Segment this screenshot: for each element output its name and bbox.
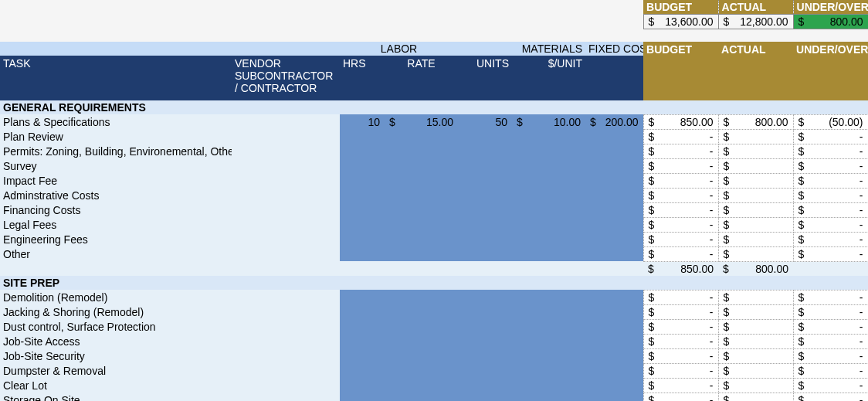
units-cell[interactable] [458, 158, 512, 173]
hrs-cell[interactable] [340, 188, 385, 202]
units-cell[interactable] [458, 246, 512, 261]
summary-actual[interactable]: $12,800.00 [718, 15, 793, 29]
diff-cell[interactable]: $- [793, 378, 868, 393]
per-unit-cell[interactable] [512, 363, 585, 378]
budget-cell[interactable]: $- [643, 158, 718, 173]
vendor-cell[interactable] [232, 304, 340, 319]
per-unit-cell[interactable] [512, 319, 585, 334]
fixed-cell[interactable] [585, 246, 643, 261]
actual-cell[interactable]: $ [718, 378, 793, 393]
vendor-cell[interactable] [232, 202, 340, 217]
rate-cell[interactable] [385, 158, 458, 173]
vendor-cell[interactable] [232, 290, 340, 304]
units-cell[interactable] [458, 144, 512, 158]
summary-diff[interactable]: $800.00 [793, 15, 868, 29]
budget-cell[interactable]: $- [643, 144, 718, 158]
fixed-cell[interactable] [585, 144, 643, 158]
budget-cell[interactable]: $- [643, 393, 718, 401]
fixed-cell[interactable] [585, 202, 643, 217]
per-unit-cell[interactable] [512, 232, 585, 246]
units-cell[interactable] [458, 217, 512, 232]
units-cell[interactable] [458, 363, 512, 378]
actual-cell[interactable]: $ [718, 393, 793, 401]
per-unit-cell[interactable] [512, 158, 585, 173]
diff-cell[interactable]: $(50.00) [793, 114, 868, 129]
diff-cell[interactable]: $- [793, 144, 868, 158]
summary-budget[interactable]: $13,600.00 [643, 15, 718, 29]
hrs-cell[interactable] [340, 246, 385, 261]
actual-cell[interactable]: $ [718, 246, 793, 261]
hrs-cell[interactable] [340, 319, 385, 334]
budget-cell[interactable]: $- [643, 232, 718, 246]
rate-cell[interactable] [385, 304, 458, 319]
budget-cell[interactable]: $- [643, 129, 718, 144]
hrs-cell[interactable] [340, 129, 385, 144]
vendor-cell[interactable] [232, 232, 340, 246]
per-unit-cell[interactable] [512, 304, 585, 319]
hrs-cell[interactable] [340, 202, 385, 217]
hrs-cell[interactable] [340, 393, 385, 401]
fixed-cell[interactable] [585, 393, 643, 401]
hrs-cell[interactable] [340, 348, 385, 363]
diff-cell[interactable]: $- [793, 202, 868, 217]
per-unit-cell[interactable] [512, 334, 585, 348]
actual-cell[interactable]: $ [718, 129, 793, 144]
vendor-cell[interactable] [232, 158, 340, 173]
diff-cell[interactable]: $- [793, 319, 868, 334]
units-cell[interactable] [458, 334, 512, 348]
actual-cell[interactable]: $ [718, 188, 793, 202]
hrs-cell[interactable]: 10 [340, 114, 385, 129]
actual-cell[interactable]: $ [718, 144, 793, 158]
units-cell[interactable] [458, 173, 512, 188]
vendor-cell[interactable] [232, 188, 340, 202]
vendor-cell[interactable] [232, 378, 340, 393]
fixed-cell[interactable] [585, 363, 643, 378]
subtotal-budget[interactable]: $850.00 [643, 261, 718, 276]
actual-cell[interactable]: $ [718, 232, 793, 246]
units-cell[interactable] [458, 290, 512, 304]
vendor-cell[interactable] [232, 217, 340, 232]
budget-cell[interactable]: $850.00 [643, 114, 718, 129]
rate-cell[interactable] [385, 319, 458, 334]
per-unit-cell[interactable] [512, 144, 585, 158]
diff-cell[interactable]: $- [793, 158, 868, 173]
rate-cell[interactable] [385, 334, 458, 348]
rate-cell[interactable] [385, 173, 458, 188]
actual-cell[interactable]: $ [718, 319, 793, 334]
fixed-cell[interactable] [585, 173, 643, 188]
per-unit-cell[interactable]: $10.00 [512, 114, 585, 129]
hrs-cell[interactable] [340, 232, 385, 246]
diff-cell[interactable]: $- [793, 363, 868, 378]
fixed-cell[interactable] [585, 188, 643, 202]
budget-cell[interactable]: $- [643, 217, 718, 232]
hrs-cell[interactable] [340, 304, 385, 319]
actual-cell[interactable]: $ [718, 202, 793, 217]
fixed-cell[interactable] [585, 158, 643, 173]
units-cell[interactable] [458, 393, 512, 401]
budget-cell[interactable]: $- [643, 334, 718, 348]
fixed-cell[interactable] [585, 232, 643, 246]
diff-cell[interactable]: $- [793, 393, 868, 401]
hrs-cell[interactable] [340, 173, 385, 188]
rate-cell[interactable] [385, 363, 458, 378]
actual-cell[interactable]: $ [718, 334, 793, 348]
vendor-cell[interactable] [232, 144, 340, 158]
diff-cell[interactable]: $- [793, 334, 868, 348]
per-unit-cell[interactable] [512, 393, 585, 401]
budget-cell[interactable]: $- [643, 378, 718, 393]
per-unit-cell[interactable] [512, 290, 585, 304]
actual-cell[interactable]: $ [718, 173, 793, 188]
fixed-cell[interactable] [585, 334, 643, 348]
budget-cell[interactable]: $- [643, 304, 718, 319]
vendor-cell[interactable] [232, 334, 340, 348]
per-unit-cell[interactable] [512, 129, 585, 144]
per-unit-cell[interactable] [512, 246, 585, 261]
vendor-cell[interactable] [232, 319, 340, 334]
per-unit-cell[interactable] [512, 378, 585, 393]
actual-cell[interactable]: $ [718, 217, 793, 232]
rate-cell[interactable] [385, 129, 458, 144]
actual-cell[interactable]: $ [718, 304, 793, 319]
vendor-cell[interactable] [232, 114, 340, 129]
fixed-cell[interactable] [585, 217, 643, 232]
diff-cell[interactable]: $- [793, 304, 868, 319]
